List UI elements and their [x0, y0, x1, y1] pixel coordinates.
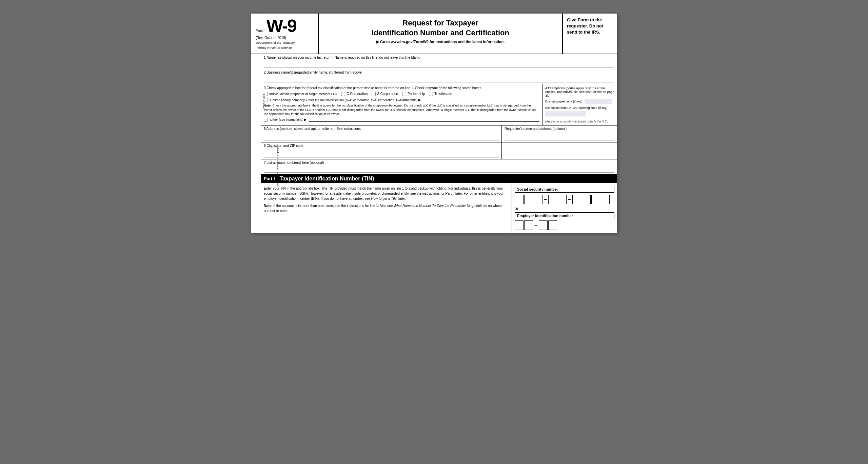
cb-c-corp-input[interactable]	[341, 92, 345, 96]
cb-c-corp: C Corporation	[341, 92, 368, 96]
other-row: Other (see instructions) ▶	[264, 118, 539, 122]
line2-input[interactable]	[264, 75, 614, 82]
ssn-group3	[572, 195, 610, 204]
cb-partnership-label: Partnership	[408, 92, 425, 96]
fatca-label: Exemption from FATCA reporting code (if …	[545, 106, 614, 110]
ssn-group1	[515, 195, 542, 204]
exempt-payee-input[interactable]	[585, 99, 612, 104]
header-left: Form W-9 (Rev. October 2018) Department …	[251, 14, 319, 54]
line7-label: 7 List account number(s) here (optional)	[264, 161, 614, 165]
line3-label: 3 Check appropriate box for federal tax …	[264, 86, 539, 90]
cb-c-corp-label: C Corporation	[347, 92, 368, 96]
line6-input[interactable]	[264, 148, 499, 158]
cb-s-corp-input[interactable]	[372, 92, 376, 96]
part1-paragraph1: Enter your TIN in the appropriate box. T…	[264, 186, 509, 201]
cb-s-corp-label: S Corporation	[377, 92, 398, 96]
address-right-6	[502, 142, 617, 159]
part1-header: Part I Taxpayer Identification Number (T…	[261, 174, 617, 183]
line7-input[interactable]	[264, 165, 614, 173]
ein-boxes: –	[515, 220, 614, 230]
sidebar-print-label: Print or type.	[262, 93, 265, 109]
form-dept2: Internal Revenue Service	[256, 45, 313, 50]
exemptions-section: 4 Exemptions (codes apply only to certai…	[542, 84, 617, 125]
line1-input[interactable]	[264, 60, 614, 67]
ssn-box-8[interactable]	[591, 195, 600, 204]
ssn-boxes: – –	[515, 195, 614, 204]
w9-form: Form W-9 (Rev. October 2018) Department …	[251, 14, 617, 233]
cb-partnership-input[interactable]	[402, 92, 406, 96]
ein-box-1[interactable]	[515, 220, 524, 230]
cb-individual: Individual/sole proprietor or single-mem…	[264, 92, 337, 96]
ssn-box-9[interactable]	[601, 195, 610, 204]
ein-group1	[515, 220, 533, 230]
form-body: Print or type. See Specific Instructions…	[251, 54, 617, 233]
other-description-input[interactable]	[309, 118, 539, 122]
form-title: Request for Taxpayer Identification Numb…	[322, 18, 559, 38]
part1-body: Enter your TIN in the appropriate box. T…	[261, 183, 617, 233]
requester-input[interactable]	[505, 131, 614, 141]
exempt-payee-row: Exempt payee code (if any)	[545, 99, 614, 104]
header-right: Give Form to the requester. Do not send …	[563, 14, 617, 54]
exempt-payee-label: Exempt payee code (if any)	[545, 100, 583, 103]
note-text: Note: Check the appropriate box in the l…	[264, 103, 539, 116]
ssn-box-3[interactable]	[534, 195, 542, 204]
ssn-dash-2: –	[568, 196, 571, 202]
cb-trust-input[interactable]	[429, 92, 433, 96]
form-header: Form W-9 (Rev. October 2018) Department …	[251, 14, 617, 54]
form-number: W-9	[267, 17, 296, 35]
cb-s-corp: S Corporation	[372, 92, 398, 96]
ssn-box-5[interactable]	[558, 195, 567, 204]
exemptions-title: 4 Exemptions (codes apply only to certai…	[545, 86, 614, 97]
ssn-box-2[interactable]	[524, 195, 533, 204]
ssn-label: Social security number	[515, 186, 614, 193]
address-left-6: 6 City, state, and ZIP code	[261, 142, 502, 159]
tax-classification-checkboxes: Individual/sole proprietor or single-mem…	[264, 92, 539, 96]
field-line2: 2 Business name/disregarded entity name,…	[261, 69, 617, 84]
ssn-box-4[interactable]	[548, 195, 557, 204]
ssn-group2	[548, 195, 567, 204]
cb-trust: Trust/estate	[429, 92, 452, 96]
cb-trust-label: Trust/estate	[434, 92, 452, 96]
ein-box-3[interactable]	[539, 220, 548, 230]
ssn-box-7[interactable]	[582, 195, 591, 204]
field-line7: 7 List account number(s) here (optional)	[261, 159, 617, 174]
row3-left: 3 Check appropriate box for federal tax …	[261, 84, 542, 125]
sidebar: Print or type. See Specific Instructions…	[251, 54, 261, 233]
ein-group2	[539, 220, 557, 230]
line5-input[interactable]	[264, 131, 499, 141]
address-row5: 5 Address (number, street, and apt. or s…	[261, 125, 617, 142]
ein-box-4[interactable]	[548, 220, 557, 230]
form-dept1: Department of the Treasury	[256, 40, 313, 45]
line6-label: 6 City, state, and ZIP code	[264, 144, 499, 148]
ein-dash: –	[534, 222, 537, 228]
form-revision: (Rev. October 2018)	[256, 36, 313, 40]
other-label: Other (see instructions) ▶	[270, 118, 307, 121]
part1-tin-boxes: Social security number – –	[512, 183, 617, 233]
address-left-5: 5 Address (number, street, and apt. or s…	[261, 125, 502, 142]
ein-box-2[interactable]	[524, 220, 533, 230]
fatca-input[interactable]	[545, 111, 586, 116]
goto-text: ▶ Go to www.irs.gov/FormW9 for instructi…	[322, 40, 559, 44]
cb-other-input[interactable]	[264, 118, 268, 122]
fatca-note: (Applies to accounts maintained outside …	[545, 120, 614, 123]
llc-row: Limited liability company. Enter the tax…	[264, 98, 539, 102]
cb-individual-label: Individual/sole proprietor or single-mem…	[269, 92, 337, 96]
requester-label: Requester's name and address (optional)	[505, 127, 614, 131]
address-row6: 6 City, state, and ZIP code	[261, 142, 617, 159]
line1-label: 1 Name (as shown on your income tax retu…	[264, 56, 614, 59]
line2-label: 2 Business name/disregarded entity name,…	[264, 71, 614, 74]
requester-section: Requester's name and address (optional)	[502, 125, 617, 142]
sidebar-instructions-label: See Specific Instructions on page 3.	[276, 144, 279, 187]
main-content: 1 Name (as shown on your income tax retu…	[261, 54, 617, 233]
llc-classification-input[interactable]	[423, 98, 450, 102]
part1-title: Taxpayer Identification Number (TIN)	[280, 176, 374, 182]
or-text: or	[515, 206, 614, 211]
form-word-label: Form	[256, 28, 264, 33]
header-center: Request for Taxpayer Identification Numb…	[319, 14, 563, 54]
ssn-box-6[interactable]	[572, 195, 581, 204]
part1-label: Part I	[264, 176, 275, 181]
part1-paragraph2: Note: If the account is in more than one…	[264, 203, 509, 213]
cb-partnership: Partnership	[402, 92, 425, 96]
ssn-box-1[interactable]	[515, 195, 524, 204]
row3-container: 3 Check appropriate box for federal tax …	[261, 84, 617, 125]
